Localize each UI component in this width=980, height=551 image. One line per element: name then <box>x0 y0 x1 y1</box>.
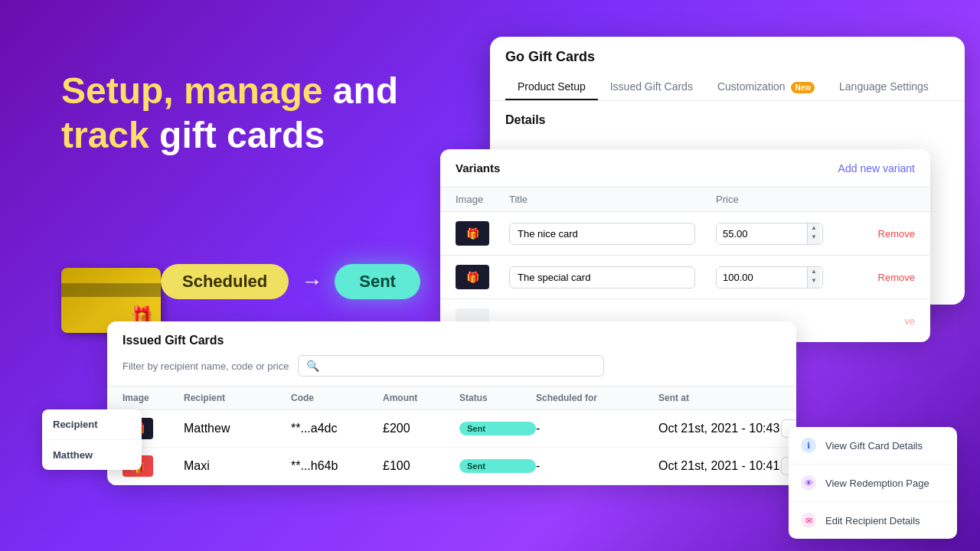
table-row: 🎁 Matthew **...a4dc £200 Sent - Oct 21st… <box>107 410 796 448</box>
app-tabs: Product Setup Issued Gift Cards Customiz… <box>505 74 949 100</box>
details-heading: Details <box>505 113 949 127</box>
price-arrows-2[interactable]: ▲ ▼ <box>807 267 820 288</box>
price-down-2[interactable]: ▼ <box>808 276 820 285</box>
search-input[interactable] <box>324 360 596 372</box>
row-sent-2: Oct 21st, 2021 - 10:41 <box>658 459 781 473</box>
variant-row: 🎁 ▲ ▼ Remove <box>440 256 930 299</box>
tab-customization[interactable]: Customization New <box>705 74 827 100</box>
price-down-1[interactable]: ▼ <box>808 233 820 242</box>
context-menu-label-edit: Edit Recipient Details <box>825 515 920 527</box>
scheduled-pill: Scheduled <box>161 264 289 299</box>
variants-col-headers: Image Title Price <box>440 187 930 212</box>
variant-title-field-1[interactable] <box>509 223 695 245</box>
row-scheduled-1: - <box>536 422 658 435</box>
filter-label: Filter by recipient name, code or price <box>122 360 289 372</box>
eye-icon: 👁 <box>801 475 816 491</box>
flow-arrow: → <box>301 269 322 294</box>
context-menu-label-redemption: View Redemption Page <box>825 478 929 489</box>
context-menu-item-redemption[interactable]: 👁 View Redemption Page <box>789 465 957 502</box>
variant-title-input-1[interactable] <box>509 223 716 245</box>
search-icon: 🔍 <box>306 360 319 372</box>
context-menu-item-details[interactable]: ℹ View Gift Card Details <box>789 427 957 465</box>
add-variant-link[interactable]: Add new variant <box>838 162 915 174</box>
tooltip-recipient-value: Matthew <box>42 440 142 470</box>
issued-panel: Issued Gift Cards Filter by recipient na… <box>107 321 796 485</box>
hero-section: Setup, manage and track gift cards <box>61 69 398 157</box>
tab-issued-gift-cards[interactable]: Issued Gift Cards <box>598 74 705 100</box>
variant-row: 🎁 ▲ ▼ Remove <box>440 212 930 256</box>
status-badge-1: Sent <box>459 422 536 435</box>
mail-icon: ✉ <box>801 513 816 528</box>
price-arrows-1[interactable]: ▲ ▼ <box>807 223 820 244</box>
info-icon: ℹ <box>801 438 816 453</box>
variant-title-input-2[interactable] <box>509 266 716 289</box>
tab-language-settings[interactable]: Language Settings <box>827 74 941 100</box>
tab-product-setup[interactable]: Product Setup <box>505 74 598 100</box>
price-up-2[interactable]: ▲ <box>808 267 820 276</box>
variant-price-wrapper-2: ▲ ▼ <box>716 266 854 289</box>
remove-variant-1[interactable]: Remove <box>878 228 915 240</box>
issued-panel-title: Issued Gift Cards <box>122 334 781 347</box>
tooltip-recipient-label: Recipient <box>42 409 142 440</box>
variant-price-field-1[interactable] <box>717 223 807 244</box>
variants-header: Variants Add new variant <box>440 149 930 187</box>
row-amount-1: £200 <box>383 422 459 435</box>
variant-title-field-2[interactable] <box>509 266 695 289</box>
hero-title: Setup, manage and track gift cards <box>61 69 398 157</box>
variant-thumbnail-1: 🎁 <box>456 221 489 246</box>
variant-price-field-2[interactable] <box>717 267 807 288</box>
row-code-2: **...h64b <box>291 459 383 473</box>
row-recipient-1: Matthew <box>184 422 291 435</box>
app-panel-header: Go Gift Cards Product Setup Issued Gift … <box>490 37 965 101</box>
variant-thumbnail-2: 🎁 <box>456 265 489 289</box>
hero-bold-text: Setup, manage <box>61 70 322 111</box>
search-row: Filter by recipient name, code or price … <box>122 355 781 377</box>
app-panel-body: Details <box>490 101 965 145</box>
row-scheduled-2: - <box>536 459 658 473</box>
new-badge: New <box>791 82 815 93</box>
issued-panel-header: Issued Gift Cards Filter by recipient na… <box>107 321 796 386</box>
recipient-tooltip: Recipient Matthew <box>42 409 142 470</box>
row-sent-1: Oct 21st, 2021 - 10:43 <box>658 422 781 435</box>
row-code-1: **...a4dc <box>291 422 383 435</box>
sent-pill: Sent <box>335 264 420 299</box>
table-headers: Image Recipient Code Amount Status Sched… <box>107 386 796 410</box>
context-menu-item-edit[interactable]: ✉ Edit Recipient Details <box>789 502 957 539</box>
hero-track-text: track <box>61 115 149 155</box>
search-box[interactable]: 🔍 <box>298 355 604 377</box>
table-row: 🎁 Maxi **...h64b £100 Sent - Oct 21st, 2… <box>107 448 796 485</box>
price-up-1[interactable]: ▲ <box>808 223 820 233</box>
remove-variant-2[interactable]: Remove <box>878 272 915 283</box>
variants-panel: Variants Add new variant Image Title Pri… <box>440 149 930 342</box>
context-menu: ℹ View Gift Card Details 👁 View Redempti… <box>789 427 957 539</box>
variants-title: Variants <box>456 161 500 174</box>
row-amount-2: £100 <box>383 459 459 473</box>
flow-pills: Scheduled → Sent <box>161 264 420 299</box>
remove-variant-3[interactable]: ve <box>904 315 915 327</box>
variant-price-wrapper-1: ▲ ▼ <box>716 223 854 245</box>
row-recipient-2: Maxi <box>184 459 291 473</box>
status-badge-2: Sent <box>459 459 536 473</box>
context-menu-label-details: View Gift Card Details <box>825 440 923 452</box>
app-panel-title: Go Gift Cards <box>505 49 949 65</box>
